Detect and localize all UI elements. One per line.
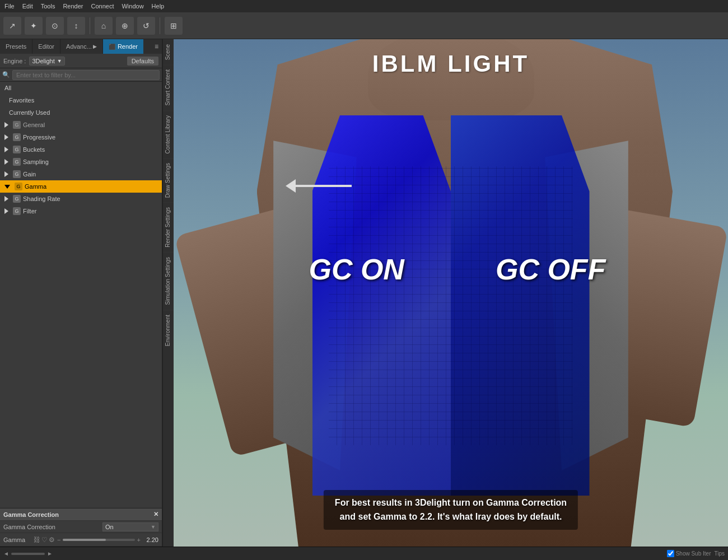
heart-icon[interactable]: ♡	[41, 536, 48, 544]
main-area: Presets Editor Advanc... ▶ ⬛ Render ≡ En…	[0, 39, 728, 547]
vtab-draw-settings[interactable]: Draw Settings	[163, 158, 174, 202]
nav-list: All Favorites Currently Used G General G…	[0, 82, 162, 508]
search-icon: 🔍	[2, 71, 10, 78]
nav-icon-filter: G	[13, 207, 21, 215]
show-sub-iter-label: Show Sub Iter	[676, 550, 711, 557]
nav-item-sampling[interactable]: G Sampling	[0, 156, 162, 168]
tab-play-icon: ▶	[93, 44, 97, 49]
tips-label: Tips	[714, 550, 725, 557]
prop-section-close[interactable]: ✕	[153, 511, 158, 518]
toolbar-btn-7[interactable]: ↺	[137, 17, 155, 35]
slider-track[interactable]	[63, 539, 134, 541]
vtab-render-settings[interactable]: Render Settings	[163, 202, 174, 252]
gamma-correction-row: Gamma Correction On ▼	[0, 521, 162, 533]
nav-item-all[interactable]: All	[0, 82, 162, 94]
vtab-environment[interactable]: Environment	[163, 310, 174, 351]
gamma-slider-label: Gamma	[3, 536, 31, 543]
toolbar-btn-4[interactable]: ↕	[67, 17, 85, 35]
filter-input[interactable]	[12, 70, 160, 80]
nav-item-favorites[interactable]: Favorites	[0, 94, 162, 106]
settings-icon[interactable]: ⚙	[49, 536, 55, 544]
arrow-head	[286, 179, 296, 193]
slider-plus[interactable]: +	[137, 536, 141, 543]
tab-presets[interactable]: Presets	[0, 39, 32, 54]
bottom-slider-left: ◄	[3, 550, 9, 557]
tab-advanced[interactable]: Advanc... ▶	[60, 39, 103, 54]
nav-item-shading-rate[interactable]: G Shading Rate	[0, 193, 162, 205]
arrow-line	[296, 185, 352, 187]
tab-render[interactable]: ⬛ Render	[103, 39, 143, 54]
nav-icon-shading-rate: G	[13, 195, 21, 203]
vtab-simulation-settings[interactable]: Simulation Settings	[163, 252, 174, 310]
tab-editor[interactable]: Editor	[32, 39, 60, 54]
nav-icon-sampling: G	[13, 158, 21, 166]
gamma-slider-row: Gamma ⛓ ♡ ⚙ − + 2.20	[0, 533, 162, 547]
expand-icon	[4, 159, 8, 165]
expand-icon	[4, 208, 8, 214]
muscles-overlay	[329, 166, 573, 445]
show-sub-iter-checkbox[interactable]	[667, 550, 674, 557]
expand-icon	[4, 171, 8, 177]
toolbar-btn-3[interactable]: ⊙	[46, 17, 64, 35]
link-icon[interactable]: ⛓	[34, 536, 40, 544]
toolbar-btn-8[interactable]: ⊞	[165, 17, 183, 35]
properties-panel: Gamma Correction ✕ Gamma Correction On ▼…	[0, 508, 162, 547]
render-icon: ⬛	[109, 44, 115, 50]
gc-off-label: GC OFF	[496, 253, 605, 286]
engine-select[interactable]: 3Delight ▼	[29, 57, 64, 66]
arrow-overlay	[286, 179, 352, 193]
image-area: IBLM LIGHT GC ON GC OFF For best results…	[174, 39, 728, 547]
nav-icon-gain: G	[13, 170, 21, 178]
gamma-value: 2.20	[143, 536, 158, 543]
right-tabs: Scene Smart Content Content Library Draw…	[162, 39, 174, 547]
menu-connect[interactable]: Connect	[91, 3, 114, 10]
nav-item-buckets[interactable]: G Buckets	[0, 143, 162, 156]
iblm-title: IBLM LIGHT	[372, 50, 529, 77]
toolbar: ↗ ✦ ⊙ ↕ ⌂ ⊕ ↺ ⊞	[0, 12, 728, 39]
nav-item-gain[interactable]: G Gain	[0, 168, 162, 180]
slider-fill	[63, 539, 106, 541]
toolbar-sep-1	[90, 17, 90, 34]
menu-file[interactable]: File	[4, 3, 15, 10]
toolbar-btn-2[interactable]: ✦	[25, 17, 43, 35]
nav-item-gamma[interactable]: G Gamma	[0, 180, 162, 193]
prop-section-header: Gamma Correction ✕	[0, 508, 162, 521]
toolbar-sep-2	[160, 17, 160, 34]
bottom-bar: ◄ ► Show Sub Iter Tips	[0, 547, 728, 560]
nav-icon-buckets: G	[13, 146, 21, 153]
nav-item-progressive[interactable]: G Progressive	[0, 131, 162, 143]
caption-line2: and set Gamma to 2.2. It's what Iray doe…	[340, 512, 562, 521]
toolbar-btn-6[interactable]: ⊕	[116, 17, 134, 35]
defaults-button[interactable]: Defaults	[127, 57, 158, 66]
slider-minus[interactable]: −	[57, 536, 60, 543]
gamma-prop-icons: ⛓ ♡ ⚙	[34, 536, 55, 544]
expand-icon	[4, 122, 8, 128]
nav-item-general[interactable]: G General	[0, 119, 162, 131]
menu-render[interactable]: Render	[63, 3, 83, 10]
gamma-slider-container: − + 2.20	[57, 536, 158, 543]
tab-extra-icon[interactable]: ≡	[151, 39, 162, 54]
dropdown-arrow: ▼	[151, 524, 156, 530]
vtab-scene[interactable]: Scene	[163, 39, 174, 64]
vtab-smart-content[interactable]: Smart Content	[163, 64, 174, 110]
bottom-slider-right: ►	[47, 550, 53, 557]
toolbar-btn-5[interactable]: ⌂	[95, 17, 113, 35]
vtab-content-library[interactable]: Content Library	[163, 110, 174, 158]
engine-bar: Engine : 3Delight ▼ Defaults	[0, 54, 162, 68]
bottom-caption: For best results in 3Delight turn on Gam…	[324, 490, 578, 530]
toolbar-btn-1[interactable]: ↗	[3, 17, 21, 35]
nav-item-filter[interactable]: G Filter	[0, 205, 162, 217]
expand-icon	[4, 196, 8, 202]
gamma-correction-dropdown[interactable]: On ▼	[102, 522, 158, 531]
bottom-slider-track[interactable]	[11, 553, 45, 555]
menu-tools[interactable]: Tools	[41, 3, 55, 10]
filter-bar: 🔍	[0, 68, 162, 82]
show-sub-iter-checkbox-item: Show Sub Iter	[667, 550, 711, 557]
menu-edit[interactable]: Edit	[22, 3, 33, 10]
nav-item-currently-used[interactable]: Currently Used	[0, 106, 162, 119]
menu-window[interactable]: Window	[122, 3, 143, 10]
nav-icon-gamma: G	[15, 183, 22, 190]
menu-help[interactable]: Help	[152, 3, 165, 10]
hero-image: IBLM LIGHT GC ON GC OFF For best results…	[174, 39, 728, 547]
nav-icon-progressive: G	[13, 133, 21, 141]
